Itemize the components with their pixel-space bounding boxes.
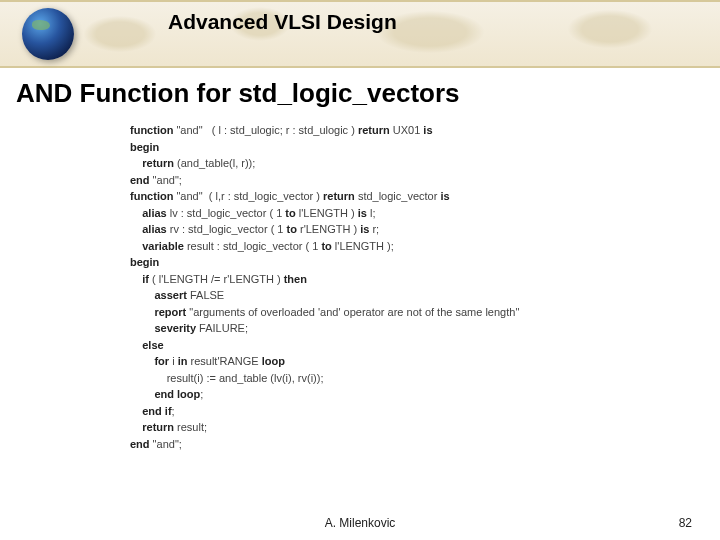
code-line: function "and" ( l : std_ulogic; r : std… <box>130 122 680 139</box>
code-line: else <box>130 337 680 354</box>
code-line: function "and" ( l,r : std_logic_vector … <box>130 188 680 205</box>
code-line: end if; <box>130 403 680 420</box>
code-line: return (and_table(l, r)); <box>130 155 680 172</box>
code-line: alias lv : std_logic_vector ( 1 to l'LEN… <box>130 205 680 222</box>
code-line: return result; <box>130 419 680 436</box>
code-line: assert FALSE <box>130 287 680 304</box>
code-line: report "arguments of overloaded 'and' op… <box>130 304 680 321</box>
globe-icon <box>22 8 74 60</box>
code-line: severity FAILURE; <box>130 320 680 337</box>
code-line: end loop; <box>130 386 680 403</box>
course-title: Advanced VLSI Design <box>168 10 397 34</box>
code-line: for i in result'RANGE loop <box>130 353 680 370</box>
code-line: alias rv : std_logic_vector ( 1 to r'LEN… <box>130 221 680 238</box>
footer-page-number: 82 <box>679 516 692 530</box>
header-band: Advanced VLSI Design <box>0 0 720 68</box>
code-line: if ( l'LENGTH /= r'LENGTH ) then <box>130 271 680 288</box>
footer-author: A. Milenkovic <box>0 516 720 530</box>
code-line: begin <box>130 139 680 156</box>
code-line: result(i) := and_table (lv(i), rv(i)); <box>130 370 680 387</box>
code-block: function "and" ( l : std_ulogic; r : std… <box>130 122 680 452</box>
code-line: end "and"; <box>130 172 680 189</box>
code-line: begin <box>130 254 680 271</box>
slide-title: AND Function for std_logic_vectors <box>16 78 460 109</box>
code-line: variable result : std_logic_vector ( 1 t… <box>130 238 680 255</box>
code-line: end "and"; <box>130 436 680 453</box>
